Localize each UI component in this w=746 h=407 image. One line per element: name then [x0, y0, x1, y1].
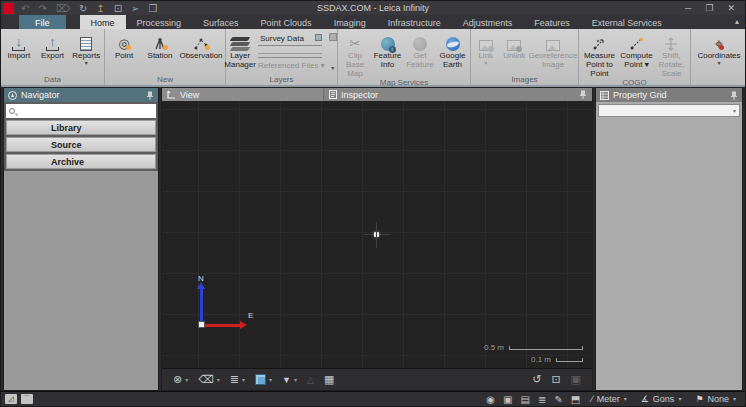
redo-icon[interactable]: ↷: [38, 3, 46, 14]
grid-icon: ▦: [324, 373, 334, 386]
restore-button[interactable]: ❐: [705, 3, 713, 13]
property-grid-pin-icon[interactable]: [730, 91, 738, 100]
close-button[interactable]: ✕: [727, 3, 735, 13]
toggle-reports-icon[interactable]: ✎: [552, 394, 564, 405]
toggle-archive-icon[interactable]: ⬒: [569, 394, 582, 405]
coordinate-system-icon: ⚑: [695, 394, 703, 404]
inspector-doc-icon: [329, 90, 337, 99]
pin-tool-icon[interactable]: ➢: [131, 3, 139, 14]
import-instrument-icon[interactable]: ↥: [96, 3, 104, 14]
collapse-ribbon-icon[interactable]: ▴: [735, 15, 739, 29]
property-selector-dropdown[interactable]: ▾: [598, 104, 740, 117]
toggle-navigator-icon[interactable]: ◉: [484, 394, 497, 405]
observation-icon: [193, 32, 209, 51]
georeference-image-button: Georeference Image: [529, 31, 577, 75]
ribbon: ↓ Import ↑ Export Reports ▾ Data ◎ Point: [1, 29, 745, 87]
tab-surfaces[interactable]: Surfaces: [192, 15, 250, 29]
reports-dropdown-caret[interactable]: ▾: [85, 60, 88, 66]
map-canvas[interactable]: N E 0.5 m 0.1 m: [162, 101, 592, 368]
new-observation-button[interactable]: Observation: [178, 31, 224, 75]
clip-base-map-button: ✂ Clip Base Map: [339, 31, 371, 78]
navigator-search[interactable]: [6, 104, 156, 118]
scale-label-small: 0.1 m: [531, 355, 551, 364]
delete-icon[interactable]: ⌦: [56, 3, 70, 14]
filter-button[interactable]: ▼▾: [279, 375, 300, 385]
angle-unit-dropdown[interactable]: ∡ Gons ▾: [636, 394, 687, 404]
toggle-property-grid-icon[interactable]: ▤: [519, 394, 532, 405]
tab-home[interactable]: Home: [80, 15, 126, 29]
import-icon: ↓: [12, 32, 25, 51]
reports-button[interactable]: Reports ▾: [69, 31, 103, 75]
undo-icon[interactable]: ↶: [21, 3, 29, 14]
new-point-button[interactable]: ◎ Point: [106, 31, 142, 75]
east-axis-label: E: [248, 311, 253, 320]
north-axis-label: N: [198, 274, 204, 283]
tab-features[interactable]: Features: [523, 15, 581, 29]
reset-view-button[interactable]: ↺: [529, 373, 544, 386]
archive-box-icon[interactable]: ⊡: [114, 3, 122, 14]
distance-unit-dropdown[interactable]: ∕ Meter ▾: [586, 394, 632, 404]
referenced-files-dropdown[interactable]: Referenced Files ▾: [258, 58, 325, 70]
feature-info-button[interactable]: Feature Info: [371, 31, 404, 78]
search-input[interactable]: [18, 106, 153, 116]
ribbon-group-cogo: Measure Point to Point Compute Point ▾ S…: [579, 29, 691, 85]
zoom-extents-button[interactable]: ⊡: [548, 373, 563, 386]
navigator-section-archive[interactable]: Archive: [6, 154, 156, 169]
export-button[interactable]: ↑ Export: [36, 31, 70, 75]
coordinates-dropdown-caret[interactable]: ▾: [717, 60, 720, 66]
get-feature-icon: [413, 32, 427, 51]
group-label-data: Data: [2, 75, 103, 85]
tab-point-clouds[interactable]: Point Clouds: [250, 15, 323, 29]
coordinates-icon: ⌖: [715, 32, 723, 51]
view-3d-button[interactable]: ▾: [252, 374, 275, 385]
east-axis-arrow: [205, 324, 241, 327]
navigator-section-source[interactable]: Source: [6, 137, 156, 152]
compute-point-button[interactable]: Compute Point ▾: [619, 31, 654, 78]
measure-point-to-point-button[interactable]: Measure Point to Point: [580, 31, 619, 78]
layer-visibility-toggle[interactable]: [315, 34, 322, 41]
tab-view[interactable]: View: [162, 88, 324, 101]
new-window-icon[interactable]: ❒: [148, 3, 157, 14]
google-earth-button[interactable]: Google Earth: [436, 31, 469, 78]
axis-origin-marker: [198, 321, 205, 328]
layer-list[interactable]: Survey Data: [258, 33, 322, 58]
minimize-button[interactable]: ─: [685, 3, 691, 13]
import-button[interactable]: ↓ Import: [2, 31, 36, 75]
sync-icon[interactable]: ↻: [79, 3, 87, 14]
tab-processing[interactable]: Processing: [126, 15, 193, 29]
compute-point-icon: [629, 32, 644, 51]
ribbon-group-data: ↓ Import ↑ Export Reports ▾ Data: [1, 29, 105, 85]
layer-visibility-button[interactable]: ≣▾: [227, 373, 248, 386]
tab-inspector[interactable]: Inspector: [324, 88, 592, 101]
eraser-tool-button[interactable]: ⌫▾: [195, 373, 223, 386]
clip-base-map-icon: ✂: [350, 32, 361, 51]
group-label-new: New: [106, 75, 224, 85]
new-station-button[interactable]: Station: [142, 31, 178, 75]
navigator-pin-icon[interactable]: [146, 91, 154, 100]
grid-toggle-button[interactable]: ▦: [321, 373, 337, 386]
render-mode-button[interactable]: ⊗▾: [170, 373, 191, 386]
layers-dropdown-caret[interactable]: ▾: [331, 65, 334, 71]
ribbon-group-map-services: ✂ Clip Base Map Feature Info Get Feature…: [338, 29, 471, 85]
tab-infrastructure[interactable]: Infrastructure: [377, 15, 452, 29]
toggle-inspector-icon[interactable]: ▣: [501, 394, 514, 405]
coordinate-system-dropdown[interactable]: ⚑ None ▾: [690, 394, 741, 404]
tab-adjustments[interactable]: Adjustments: [452, 15, 524, 29]
layer-manager-button[interactable]: Layer Manager: [224, 31, 256, 75]
ribbon-tab-bar: File Home Processing Surfaces Point Clou…: [1, 15, 745, 29]
tab-imaging[interactable]: Imaging: [323, 15, 377, 29]
angle-unit-value: Gons: [653, 394, 675, 404]
feature-info-icon: [381, 32, 395, 51]
tab-file[interactable]: File: [19, 15, 66, 29]
status-quick-button-1[interactable]: ◿: [5, 394, 17, 404]
north-axis-arrow: [200, 288, 203, 321]
coordinates-button[interactable]: ⌖ Coordinates ▾: [692, 31, 746, 75]
measure-point-to-point-icon: [592, 32, 607, 51]
navigator-section-library[interactable]: Library: [6, 120, 156, 135]
status-quick-button-2[interactable]: ⌒: [21, 394, 33, 404]
toggle-layers-icon[interactable]: ≣: [536, 394, 548, 405]
tab-external-services[interactable]: External Services: [581, 15, 673, 29]
ribbon-group-layers: Layer Manager Survey Data Referenced Fil…: [226, 29, 338, 85]
view-pin-icon[interactable]: [579, 90, 587, 99]
layers-mini-controls: ▾: [327, 31, 339, 75]
